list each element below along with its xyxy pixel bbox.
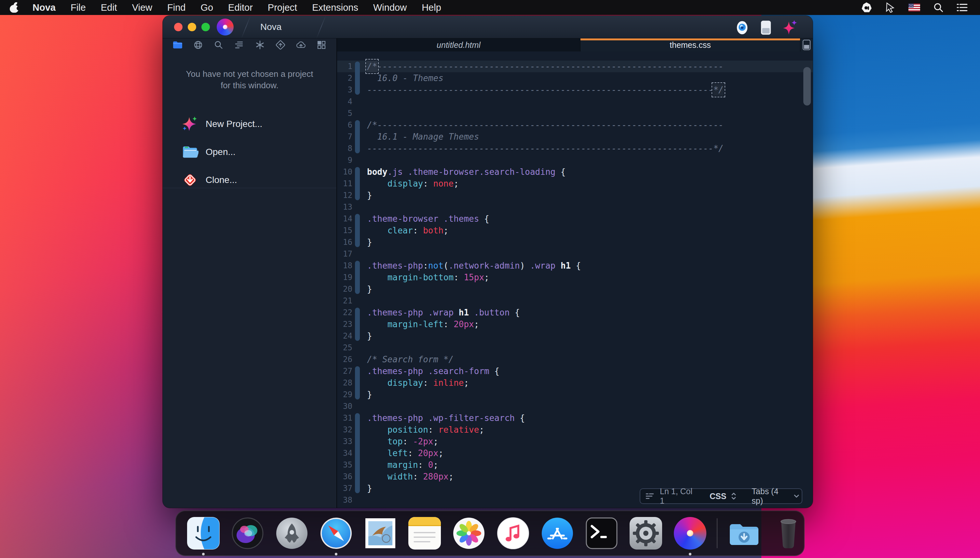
menu-item-window[interactable]: Window [366,0,414,15]
symbols-asterisk-icon[interactable] [254,39,267,51]
extensions-grid-icon[interactable] [315,39,328,51]
new-project-icon [182,116,198,133]
running-indicator-dot [689,553,691,555]
dock-item-nova[interactable] [673,514,707,553]
finder-app-icon [187,517,219,550]
menu-item-edit[interactable]: Edit [93,0,124,15]
tab-themes-css[interactable]: themes.css [581,38,800,51]
search-icon[interactable] [212,39,225,51]
terminal-app-icon [585,517,618,550]
notes-app-icon [408,517,441,550]
fold-indicator[interactable] [355,120,360,153]
fold-indicator[interactable] [355,214,360,247]
source-control-diamond-icon[interactable] [274,39,287,51]
open-icon [182,144,198,161]
avast-icon[interactable] [861,2,872,13]
dock-item-safari[interactable] [319,514,353,553]
titlebar-separator [316,16,326,38]
chevron-down-icon[interactable] [793,494,800,499]
fold-indicator[interactable] [355,366,360,399]
split-editor-icon[interactable] [800,38,813,51]
project-actions: New Project...Open...Clone... [163,110,336,194]
dock-item-notes[interactable] [408,514,442,553]
launchpad-app-icon [276,517,308,550]
menu-item-editor[interactable]: Editor [221,0,260,15]
dock-item-mail[interactable] [363,514,397,553]
spotlight-search-icon[interactable] [933,2,944,13]
dock-item-sysprefs[interactable] [629,514,663,553]
sidebar-divider [163,188,336,188]
cursor-position[interactable]: Ln 1, Col 1 [660,487,699,505]
code-editor[interactable]: 1/*-------------------------------------… [337,51,813,508]
minimize-button[interactable] [188,23,196,31]
dock-item-music[interactable] [496,514,530,553]
apple-menu-icon[interactable] [10,2,18,13]
clone-button[interactable]: Clone... [163,166,336,194]
code-line: 27.themes-php .search-form { [337,365,813,377]
line-number: 15 [337,225,352,236]
dock-item-finder[interactable] [187,514,220,553]
new-project-button[interactable]: New Project... [163,110,336,138]
code-line: 28 display: inline; [337,377,813,389]
dock-item-launchpad[interactable] [275,514,309,553]
menu-item-help[interactable]: Help [414,0,449,15]
code-line: 21 [337,295,813,307]
zoom-button[interactable] [201,23,210,31]
line-number: 32 [337,424,352,436]
menu-item-go[interactable]: Go [193,0,221,15]
dock-item-downloads[interactable] [727,514,761,553]
input-source-flag-icon[interactable] [908,3,920,11]
reports-lines-icon[interactable] [232,39,245,51]
mail-app-icon [364,517,397,550]
clone-label: Clone... [206,175,237,185]
open-button[interactable]: Open... [163,138,336,166]
line-number: 26 [337,354,352,365]
fold-indicator[interactable] [355,261,360,294]
appstore-app-icon [541,517,574,550]
close-button[interactable] [174,23,183,31]
chevron-updown-icon[interactable] [731,492,736,501]
dock-item-appstore[interactable] [540,514,574,553]
panel-layout-icon[interactable] [759,20,772,37]
code-line: 26/* Search form */ [337,354,813,365]
fold-indicator[interactable] [355,308,360,341]
menu-list-icon[interactable] [957,3,968,12]
status-lines-icon[interactable] [646,493,654,499]
trash-app-icon [772,517,805,550]
line-number: 1 [337,61,352,72]
line-number: 21 [337,295,352,307]
dock-item-photos[interactable] [452,514,486,553]
header-row: untitled.htmlthemes.css [163,38,813,51]
line-number: 3 [337,84,352,96]
menu-item-view[interactable]: View [124,0,160,15]
menu-item-project[interactable]: Project [260,0,304,15]
cursor-icon[interactable] [885,2,895,13]
remote-globe-icon[interactable] [191,39,205,51]
menu-item-extensions[interactable]: Extensions [304,0,366,15]
line-number: 17 [337,248,352,260]
fold-indicator[interactable] [355,413,360,493]
sparkle-icon[interactable] [782,19,798,38]
tab-untitled-html[interactable]: untitled.html [337,38,581,51]
code-line: 24} [337,330,813,342]
window-titlebar[interactable]: Nova [163,16,813,38]
window-title: Nova [260,22,281,32]
line-number: 30 [337,400,352,412]
files-folder-icon[interactable] [171,39,184,51]
menu-item-nova[interactable]: Nova [25,0,63,15]
publish-cloud-icon[interactable] [294,39,308,51]
dock-item-trash[interactable] [771,514,805,553]
language-selector[interactable]: CSS [710,492,726,501]
fold-indicator[interactable] [355,167,360,200]
dock-item-terminal[interactable] [585,514,618,553]
fold-indicator[interactable] [355,62,360,95]
line-number: 37 [337,483,352,494]
dock-item-siri[interactable] [231,514,265,553]
editor-scrollbar-thumb[interactable] [803,67,811,105]
line-number: 36 [337,471,352,483]
menu-item-find[interactable]: Find [160,0,193,15]
menu-item-file[interactable]: File [63,0,93,15]
indent-selector[interactable]: Tabs (4 sp) [752,487,791,505]
preview-eye-icon[interactable] [735,20,749,36]
nova-window: Nova [163,16,813,508]
